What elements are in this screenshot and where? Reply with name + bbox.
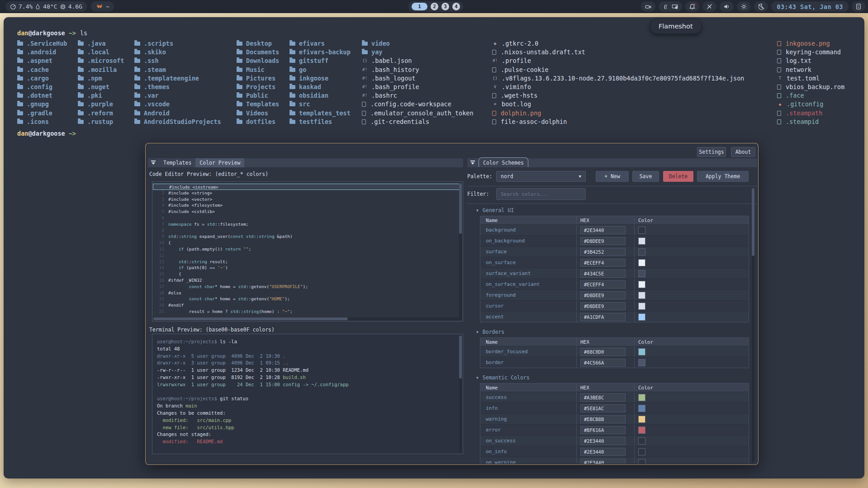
- tray-button[interactable]: [852, 1, 865, 12]
- filter-row: Filter:: [467, 188, 586, 200]
- code-text: [168, 265, 179, 271]
- palette-dropdown[interactable]: nord ▼: [496, 171, 586, 182]
- editor-vertical-scrollbar[interactable]: [459, 183, 462, 320]
- color-swatch[interactable]: [638, 313, 645, 321]
- line-number: 2: [152, 190, 164, 196]
- new-palette-button[interactable]: + New: [596, 171, 629, 182]
- input-off-button[interactable]: [702, 1, 716, 12]
- code-line: 16#ifdef _WIN32: [152, 277, 463, 284]
- hex-value-input[interactable]: #5E81AC: [580, 404, 626, 412]
- night-light-button[interactable]: [754, 1, 768, 12]
- hex-value-input[interactable]: #A1CDFA: [580, 313, 626, 321]
- settings-button[interactable]: Settings: [697, 147, 726, 157]
- system-stats[interactable]: 7.4% 48°C 4.6G: [5, 1, 87, 12]
- terminal-text: user@host:~/projects$: [157, 339, 220, 344]
- color-swatch[interactable]: [638, 237, 645, 245]
- folder-icon: [134, 68, 140, 72]
- workspace-3[interactable]: 3: [441, 3, 449, 10]
- file-item: Pictures: [237, 74, 279, 83]
- folder-icon: [17, 42, 23, 46]
- section-header[interactable]: ▼Borders: [467, 327, 752, 337]
- folder-icon: [237, 102, 242, 106]
- folder-icon: [289, 120, 295, 124]
- terminal-preview-scrollbar[interactable]: [459, 335, 462, 453]
- hex-value-input[interactable]: #D8DEE9: [580, 237, 626, 245]
- code-line: 13 std::string result;: [152, 259, 463, 265]
- color-swatch[interactable]: [638, 405, 645, 412]
- color-swatch[interactable]: [638, 227, 645, 234]
- panel-scrollbar[interactable]: [752, 188, 754, 462]
- color-swatch[interactable]: [638, 303, 645, 310]
- section-header[interactable]: ▼General UI: [467, 205, 752, 216]
- hex-value-input[interactable]: #2E3440: [580, 226, 626, 234]
- file-name: .icons: [27, 118, 49, 126]
- code-text: ::: [186, 259, 191, 265]
- color-swatch[interactable]: [638, 348, 645, 355]
- column-header: HEX: [576, 338, 634, 346]
- color-swatch[interactable]: [638, 359, 645, 366]
- code-text: ::getenv(: [246, 296, 269, 302]
- tab-templates[interactable]: Templates: [159, 158, 195, 167]
- file-item: .nixos-unstab.draft.txt: [492, 48, 744, 57]
- color-swatch[interactable]: [638, 459, 645, 464]
- tab-color-preview[interactable]: Color Preview: [195, 158, 244, 167]
- color-swatch[interactable]: [638, 270, 645, 277]
- shell-indicator[interactable]: ~: [91, 1, 114, 12]
- workspace-1[interactable]: 1: [412, 3, 427, 10]
- hex-value-input[interactable]: #88C0D0: [580, 348, 626, 356]
- hex-value-input[interactable]: #BF616A: [580, 426, 626, 434]
- color-swatch[interactable]: [638, 248, 645, 256]
- delete-button[interactable]: Delete: [663, 171, 693, 182]
- hex-value-input[interactable]: #A3BE8C: [580, 393, 626, 402]
- hex-value-input[interactable]: #D8DEE9: [580, 302, 626, 310]
- editor-horizontal-scrollbar[interactable]: [153, 317, 461, 320]
- hex-value-input[interactable]: #D8DEE9: [580, 291, 626, 299]
- divider: [467, 204, 757, 204]
- about-button[interactable]: About: [731, 147, 755, 157]
- hex-value-input[interactable]: #2E3440: [580, 459, 626, 464]
- hex-cell: #EBCB8B: [576, 414, 634, 424]
- color-swatch[interactable]: [638, 292, 645, 299]
- apply-theme-button[interactable]: Apply Theme: [697, 171, 749, 182]
- file-item: .steam: [134, 66, 221, 74]
- camera-button[interactable]: [641, 1, 655, 12]
- color-swatch[interactable]: [638, 426, 645, 434]
- color-swatch[interactable]: [638, 259, 645, 266]
- notifications-button[interactable]: [685, 1, 699, 12]
- line-number: 10: [152, 240, 164, 246]
- screen-lock-icon[interactable]: [671, 4, 678, 10]
- color-swatch[interactable]: [638, 448, 645, 455]
- file-name: templates_test: [299, 109, 351, 118]
- color-swatch[interactable]: [638, 416, 645, 423]
- color-swatch[interactable]: [638, 281, 645, 288]
- file-item: .cargo: [17, 74, 67, 83]
- hex-value-input[interactable]: #4C566A: [580, 359, 626, 367]
- color-row: on_info#2E3440: [480, 446, 749, 457]
- tab-color-schemes[interactable]: Color Schemes: [479, 157, 528, 167]
- workspace-2[interactable]: 2: [431, 3, 438, 10]
- clock[interactable]: 03:43 Sat, Jan 03: [771, 1, 849, 12]
- file-item: AndroidStudioProjects: [134, 118, 221, 126]
- file-item: #!.profile: [492, 57, 744, 65]
- brightness-button[interactable]: [737, 1, 751, 12]
- hex-value-input[interactable]: #ECEFF4: [580, 259, 626, 267]
- folder-icon: [134, 85, 140, 89]
- hex-value-input[interactable]: #434C5E: [580, 270, 626, 278]
- volume-button[interactable]: [720, 1, 734, 12]
- hex-value-input[interactable]: #3B4252: [580, 248, 626, 256]
- filter-input[interactable]: [496, 188, 586, 200]
- folder-icon: [17, 102, 23, 106]
- color-swatch[interactable]: [638, 437, 645, 445]
- code-text: std: [246, 233, 254, 240]
- hex-value-input[interactable]: #EBCB8B: [580, 415, 626, 423]
- section-header[interactable]: ▼Semantic Colors: [467, 372, 752, 383]
- flameshot-flame-icon[interactable]: [662, 4, 669, 10]
- save-button[interactable]: Save: [632, 171, 659, 182]
- hex-value-input[interactable]: #2E3440: [580, 448, 626, 456]
- workspace-4[interactable]: 4: [452, 3, 460, 10]
- file-item: Public: [237, 91, 279, 100]
- hex-value-input[interactable]: #2E3440: [580, 437, 626, 445]
- hex-value-input[interactable]: #ECEFF4: [580, 280, 626, 289]
- color-swatch[interactable]: [638, 394, 645, 401]
- code-text: std: [238, 296, 246, 302]
